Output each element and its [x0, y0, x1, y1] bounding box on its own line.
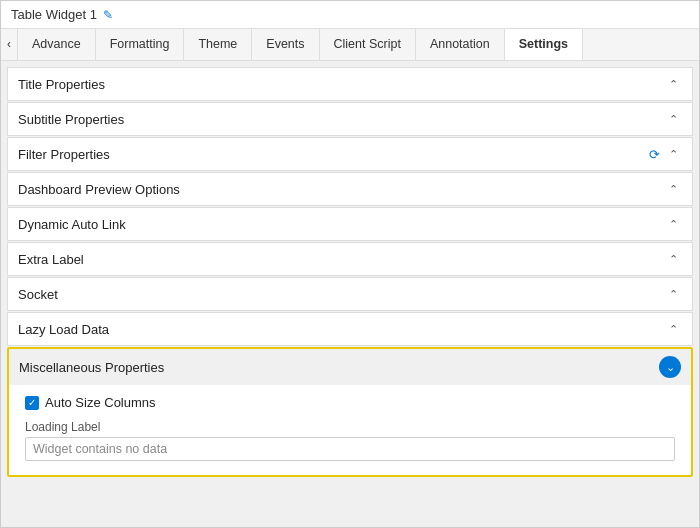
tab-formatting[interactable]: Formatting [96, 29, 185, 60]
extra-label-icons: ⌃ [664, 250, 682, 268]
extra-label-section[interactable]: Extra Label ⌃ [7, 242, 693, 276]
filter-properties-icons: ⟳ ⌃ [649, 145, 682, 163]
title-properties-icons: ⌃ [664, 75, 682, 93]
filter-refresh-icon[interactable]: ⟳ [649, 147, 660, 162]
tab-advance[interactable]: Advance [18, 29, 96, 60]
dashboard-preview-section[interactable]: Dashboard Preview Options ⌃ [7, 172, 693, 206]
dashboard-preview-chevron: ⌃ [664, 180, 682, 198]
dynamic-auto-link-section[interactable]: Dynamic Auto Link ⌃ [7, 207, 693, 241]
subtitle-properties-label: Subtitle Properties [18, 112, 124, 127]
misc-properties-chevron: ⌄ [659, 356, 681, 378]
filter-properties-label: Filter Properties [18, 147, 110, 162]
title-bar: Table Widget 1 ✎ [1, 1, 699, 29]
auto-size-label: Auto Size Columns [45, 395, 156, 410]
socket-icons: ⌃ [664, 285, 682, 303]
subtitle-properties-section[interactable]: Subtitle Properties ⌃ [7, 102, 693, 136]
loading-label-input[interactable] [25, 437, 675, 461]
dynamic-auto-link-label: Dynamic Auto Link [18, 217, 126, 232]
extra-label-chevron: ⌃ [664, 250, 682, 268]
socket-chevron: ⌃ [664, 285, 682, 303]
misc-properties-header[interactable]: Miscellaneous Properties ⌄ [9, 349, 691, 385]
socket-label: Socket [18, 287, 58, 302]
loading-label-label: Loading Label [25, 420, 675, 434]
lazy-load-section[interactable]: Lazy Load Data ⌃ [7, 312, 693, 346]
socket-section[interactable]: Socket ⌃ [7, 277, 693, 311]
lazy-load-chevron: ⌃ [664, 320, 682, 338]
dynamic-auto-link-icons: ⌃ [664, 215, 682, 233]
subtitle-properties-icons: ⌃ [664, 110, 682, 128]
filter-properties-chevron: ⌃ [664, 145, 682, 163]
tab-events[interactable]: Events [252, 29, 319, 60]
dashboard-preview-label: Dashboard Preview Options [18, 182, 180, 197]
auto-size-columns-row: ✓ Auto Size Columns [25, 395, 675, 410]
filter-properties-section[interactable]: Filter Properties ⟳ ⌃ [7, 137, 693, 171]
tabs-bar: ‹ Advance Formatting Theme Events Client… [1, 29, 699, 61]
main-window: Table Widget 1 ✎ ‹ Advance Formatting Th… [0, 0, 700, 528]
tab-settings[interactable]: Settings [505, 29, 583, 61]
edit-title-icon[interactable]: ✎ [103, 8, 113, 22]
lazy-load-label: Lazy Load Data [18, 322, 109, 337]
extra-label-label: Extra Label [18, 252, 84, 267]
settings-content: Title Properties ⌃ Subtitle Properties ⌃… [1, 61, 699, 527]
subtitle-properties-chevron: ⌃ [664, 110, 682, 128]
dynamic-auto-link-chevron: ⌃ [664, 215, 682, 233]
title-properties-label: Title Properties [18, 77, 105, 92]
checkmark-icon: ✓ [28, 397, 36, 408]
tab-annotation[interactable]: Annotation [416, 29, 505, 60]
loading-label-group: Loading Label [25, 420, 675, 461]
misc-properties-body: ✓ Auto Size Columns Loading Label [9, 385, 691, 475]
dashboard-preview-icons: ⌃ [664, 180, 682, 198]
misc-properties-section: Miscellaneous Properties ⌄ ✓ Auto Size C… [7, 347, 693, 477]
misc-properties-label: Miscellaneous Properties [19, 360, 164, 375]
tab-scroll-left[interactable]: ‹ [1, 29, 18, 60]
auto-size-checkbox[interactable]: ✓ [25, 396, 39, 410]
window-title: Table Widget 1 [11, 7, 97, 22]
title-properties-section[interactable]: Title Properties ⌃ [7, 67, 693, 101]
lazy-load-icons: ⌃ [664, 320, 682, 338]
chevron-down-icon: ⌄ [666, 361, 675, 374]
tab-client-script[interactable]: Client Script [320, 29, 416, 60]
tab-theme[interactable]: Theme [184, 29, 252, 60]
title-properties-chevron: ⌃ [664, 75, 682, 93]
